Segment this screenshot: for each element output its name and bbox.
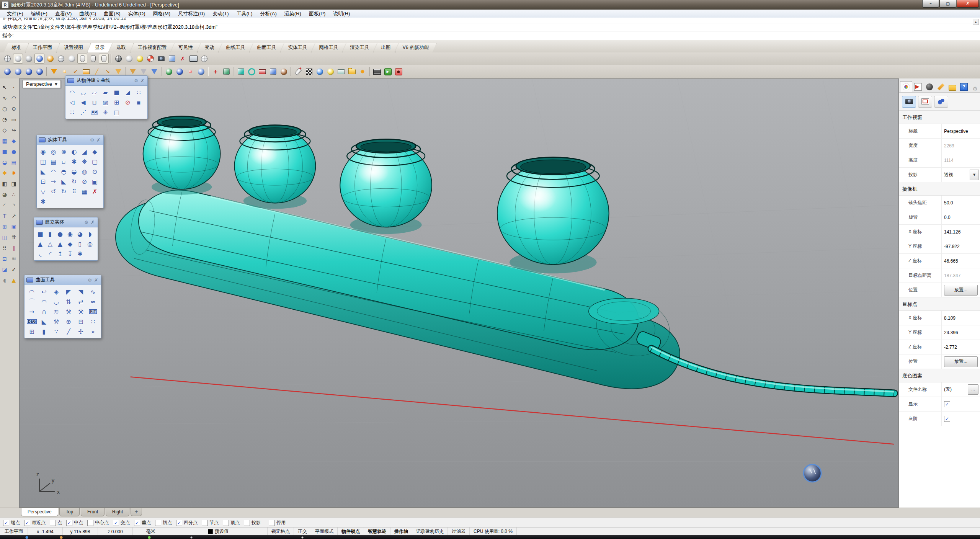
menu-V[interactable]: 查看(V) [51, 10, 75, 18]
surface-tools-sparkle-icon[interactable]: ✣ [75, 327, 87, 336]
projection-dropdown[interactable] [970, 170, 979, 180]
material-sphere-icon[interactable] [164, 67, 174, 77]
eye-light-icon[interactable] [149, 67, 159, 77]
create-solid-rounded-cone-icon[interactable]: △ [45, 239, 55, 249]
curves-from-objects-uv-icon[interactable]: UV [89, 107, 100, 117]
surface-tools-swirl-icon[interactable]: ∿ [87, 287, 99, 297]
surface-tools-drum-icon[interactable]: ▮ [38, 327, 50, 336]
clipping-plane-icon[interactable] [167, 54, 177, 64]
surface-tools-back-icon[interactable]: ↩ [38, 287, 50, 297]
cplane-pane[interactable]: 工作平面 [0, 528, 28, 536]
curves-from-objects-wedge-small-icon[interactable]: ◁ [67, 97, 78, 107]
curves-from-objects-palette[interactable]: 从物件建立曲线◠◡▱▰■◢∷◁◀⊔▨⊞⊘▪∷⋰UV✳□ [65, 75, 148, 119]
keyboard-icon[interactable] [336, 67, 346, 77]
split-tool[interactable]: ◨ [9, 179, 18, 188]
osnap-垂点[interactable]: 垂点 [134, 519, 151, 526]
property-value[interactable] [941, 412, 980, 426]
x-coordinate[interactable]: x -1.494 [28, 528, 63, 536]
solid-tools-puzzle-icon[interactable]: ✱ [69, 157, 79, 167]
material-pair-icon[interactable] [175, 67, 185, 77]
extrude-tool[interactable]: ⇈ [9, 232, 18, 242]
arc-tool[interactable]: ◔ [0, 114, 9, 124]
restore-button[interactable] [939, 0, 956, 8]
menu-O[interactable]: 实体(O) [124, 10, 149, 18]
curves-from-objects-flip-icon[interactable]: ◀ [78, 97, 89, 107]
viewport-rect-button[interactable] [918, 96, 932, 108]
solid-tools-delete-red-icon[interactable]: ✗ [90, 186, 100, 196]
solid-tools-slab-icon[interactable]: ▤ [48, 157, 59, 167]
tab-可见性[interactable]: 可见性 [171, 43, 201, 52]
solid-tools-hole-icon[interactable]: ⊙ [90, 167, 100, 176]
scale-tool[interactable]: ↗ [9, 211, 18, 220]
menu-C[interactable]: 曲线(C) [75, 10, 100, 18]
axis-icon[interactable]: + [211, 67, 220, 77]
curves-from-objects-ring-surface-icon[interactable]: ◠ [67, 87, 78, 97]
control-point-curve-tool[interactable]: ∿ [0, 93, 9, 103]
create-solid-palette[interactable]: 建立实体■▮●◉◕◗▲△▲◆▯◎◟◜↥↧✱ [34, 217, 98, 261]
surface-tools-match-icon[interactable]: ⇅ [62, 297, 75, 307]
planar-toggle[interactable]: 平面模式 [311, 528, 338, 536]
curves-from-objects-asterisk-icon[interactable]: ✳ [100, 107, 111, 117]
save-render-icon[interactable] [34, 67, 44, 77]
gumball-toggle[interactable]: 操作轴 [390, 528, 412, 536]
create-solid-cone-icon[interactable]: ▲ [35, 239, 45, 249]
solid-tools-cube-pts-icon[interactable]: ⊡ [38, 176, 48, 186]
command-scrollbar-up[interactable] [973, 19, 979, 25]
trim-tool[interactable]: ◧ [0, 179, 9, 188]
curves-from-objects-mesh-pts-icon[interactable]: ∷ [67, 107, 78, 117]
smarttrack-toggle[interactable]: 智慧轨迹 [364, 528, 390, 536]
viewport-title-label[interactable]: Perspective [23, 80, 61, 88]
灰阶-checkbox[interactable] [944, 416, 950, 422]
tab-工作视窗配置[interactable]: 工作视窗配置 [130, 43, 174, 52]
surface-tools-fillet-icon[interactable]: ◠ [26, 287, 38, 297]
osnap-四分点[interactable]: 四分点 [176, 519, 198, 526]
osnap-节点[interactable]: 节点 [202, 519, 219, 526]
surface-pair-tool[interactable]: ◪ [0, 265, 9, 274]
bend-surface-tool[interactable]: ◆ [9, 136, 18, 145]
surface-tools-palette[interactable]: 曲面工具◠↩◈◤◥∿⌒◠◡⇅⇄≈→∩≋⚒⚒FITDEG◣⚒⊕⊟∷⊞▮∵╱✣» [24, 275, 101, 338]
full-screen-icon[interactable] [188, 54, 198, 64]
solid-tools-turn2-icon[interactable]: ↻ [59, 186, 69, 196]
palette-gear-icon[interactable] [134, 78, 138, 83]
surface-tools-arch-icon[interactable]: ∩ [38, 307, 50, 317]
rendered-display-icon[interactable] [24, 54, 34, 64]
curve-blend-tool[interactable]: ↪ [9, 125, 18, 135]
y-coordinate[interactable]: y 115.898 [63, 528, 98, 536]
palette-gear-icon[interactable] [90, 137, 94, 143]
osnap-投影[interactable]: 投影 [244, 519, 261, 526]
menu-H[interactable]: 说明(H) [329, 10, 354, 18]
viewport-tab-Perspective[interactable]: Perspective [21, 508, 58, 516]
highlight-sphere-icon[interactable] [135, 54, 145, 64]
menu-A[interactable]: 分析(A) [256, 10, 281, 18]
solid-tools-union-icon[interactable]: ◉ [38, 147, 48, 157]
osnap-端点[interactable]: 端点 [3, 519, 20, 526]
ghosted-display-icon[interactable] [34, 54, 44, 64]
surface-tools-worker3-icon[interactable]: ⚒ [50, 317, 62, 327]
solid-tools-shower-icon[interactable]: ❋ [79, 157, 90, 167]
z-coordinate[interactable]: z 0.000 [98, 528, 133, 536]
solid-tools-wedge-icon[interactable]: ◢ [79, 147, 90, 157]
ellipse-material-icon[interactable] [315, 67, 325, 77]
animation-film-icon[interactable] [372, 67, 382, 77]
menu-P[interactable]: 面板(P) [305, 10, 329, 18]
create-solid-sphere-icon[interactable]: ● [55, 229, 65, 239]
viewport-tab-Right[interactable]: Right [106, 508, 129, 516]
select-tool[interactable]: ↖ [0, 82, 9, 92]
create-solid-extrude2-icon[interactable]: ↧ [65, 249, 75, 259]
gray-solids-tool[interactable]: ◖ [0, 275, 9, 285]
osnap-toggle[interactable]: 物件锁点 [338, 528, 364, 536]
palette-close-icon[interactable] [91, 220, 95, 225]
surface-tools-corner2-icon[interactable]: ◥ [75, 287, 87, 297]
中点-checkbox[interactable] [66, 520, 72, 526]
shade-object-icon[interactable] [113, 54, 123, 64]
create-solid-tube-icon[interactable]: ▯ [75, 239, 85, 249]
checker-background-icon[interactable] [304, 67, 314, 77]
surface-tools-pts2-icon[interactable]: ∵ [50, 327, 62, 336]
osnap-交点[interactable]: 交点 [113, 519, 130, 526]
节点-checkbox[interactable] [202, 520, 208, 526]
text-tool[interactable]: T [0, 211, 9, 220]
solid-tools-cap2-icon[interactable]: ◒ [69, 167, 79, 176]
surface-tools-titlebar[interactable]: 曲面工具 [24, 275, 101, 285]
palette-close-icon[interactable] [96, 137, 100, 143]
curves-from-objects-grid4-icon[interactable]: ∷ [133, 87, 144, 97]
